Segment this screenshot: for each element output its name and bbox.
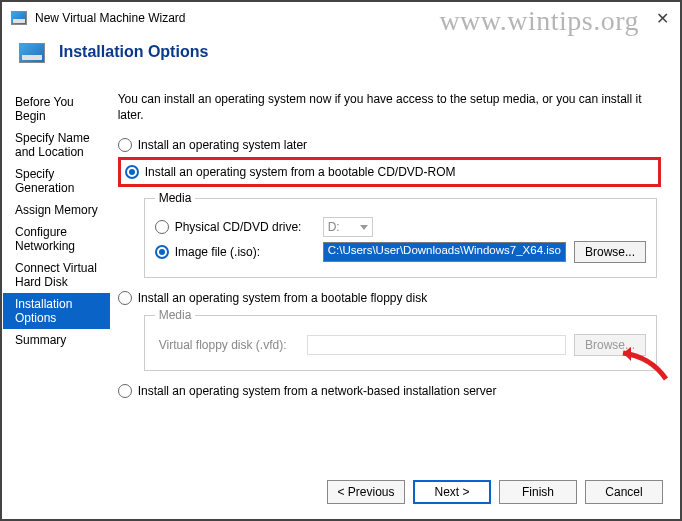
window-title: New Virtual Machine Wizard bbox=[35, 11, 186, 25]
physical-drive-label: Physical CD/DVD drive: bbox=[175, 220, 315, 234]
radio-icon-selected[interactable] bbox=[125, 165, 139, 179]
step-installation-options[interactable]: Installation Options bbox=[3, 293, 110, 329]
wizard-steps-sidebar: Before You Begin Specify Name and Locati… bbox=[3, 79, 110, 479]
image-file-label: Image file (.iso): bbox=[175, 245, 315, 259]
iso-path-input[interactable]: C:\Users\User\Downloads\Windows7_X64.iso bbox=[323, 242, 566, 262]
vfd-path-input bbox=[307, 335, 566, 355]
step-before-you-begin[interactable]: Before You Begin bbox=[3, 91, 110, 127]
drive-select[interactable]: D: bbox=[323, 217, 373, 237]
media-legend: Media bbox=[155, 191, 196, 205]
titlebar: New Virtual Machine Wizard ✕ bbox=[3, 3, 679, 33]
browse-iso-button[interactable]: Browse... bbox=[574, 241, 646, 263]
browse-vfd-button: Browse... bbox=[574, 334, 646, 356]
option-label: Install an operating system from a boota… bbox=[145, 165, 456, 179]
page-title: Installation Options bbox=[59, 43, 663, 61]
step-specify-name[interactable]: Specify Name and Location bbox=[3, 127, 110, 163]
physical-drive-row[interactable]: Physical CD/DVD drive: D: bbox=[155, 217, 646, 237]
option-install-later[interactable]: Install an operating system later bbox=[118, 135, 661, 155]
option-label: Install an operating system from a netwo… bbox=[138, 384, 497, 398]
step-specify-generation[interactable]: Specify Generation bbox=[3, 163, 110, 199]
app-icon bbox=[11, 11, 27, 25]
wizard-footer: < Previous Next > Finish Cancel bbox=[327, 480, 663, 504]
wizard-icon bbox=[19, 43, 45, 63]
cancel-button[interactable]: Cancel bbox=[585, 480, 663, 504]
media-cd-group: Media Physical CD/DVD drive: D: Image fi… bbox=[144, 191, 657, 278]
option-label: Install an operating system later bbox=[138, 138, 307, 152]
image-file-row[interactable]: Image file (.iso): C:\Users\User\Downloa… bbox=[155, 241, 646, 263]
previous-button[interactable]: < Previous bbox=[327, 480, 405, 504]
finish-button[interactable]: Finish bbox=[499, 480, 577, 504]
radio-icon[interactable] bbox=[118, 138, 132, 152]
option-install-network[interactable]: Install an operating system from a netwo… bbox=[118, 381, 661, 401]
radio-icon[interactable] bbox=[118, 384, 132, 398]
option-install-cd[interactable]: Install an operating system from a boota… bbox=[125, 162, 654, 182]
description-text: You can install an operating system now … bbox=[118, 91, 661, 123]
highlighted-option: Install an operating system from a boota… bbox=[118, 157, 661, 187]
option-install-floppy[interactable]: Install an operating system from a boota… bbox=[118, 288, 661, 308]
radio-icon[interactable] bbox=[155, 220, 169, 234]
step-connect-vhd[interactable]: Connect Virtual Hard Disk bbox=[3, 257, 110, 293]
radio-icon-selected[interactable] bbox=[155, 245, 169, 259]
media-legend: Media bbox=[155, 308, 196, 322]
close-icon[interactable]: ✕ bbox=[656, 9, 669, 28]
radio-icon[interactable] bbox=[118, 291, 132, 305]
vfd-row: Virtual floppy disk (.vfd): Browse... bbox=[155, 334, 646, 356]
option-label: Install an operating system from a boota… bbox=[138, 291, 428, 305]
next-button[interactable]: Next > bbox=[413, 480, 491, 504]
step-summary[interactable]: Summary bbox=[3, 329, 110, 351]
vfd-label: Virtual floppy disk (.vfd): bbox=[159, 338, 299, 352]
main-panel: You can install an operating system now … bbox=[110, 79, 679, 479]
step-assign-memory[interactable]: Assign Memory bbox=[3, 199, 110, 221]
step-configure-networking[interactable]: Configure Networking bbox=[3, 221, 110, 257]
media-floppy-group: Media Virtual floppy disk (.vfd): Browse… bbox=[144, 308, 657, 371]
